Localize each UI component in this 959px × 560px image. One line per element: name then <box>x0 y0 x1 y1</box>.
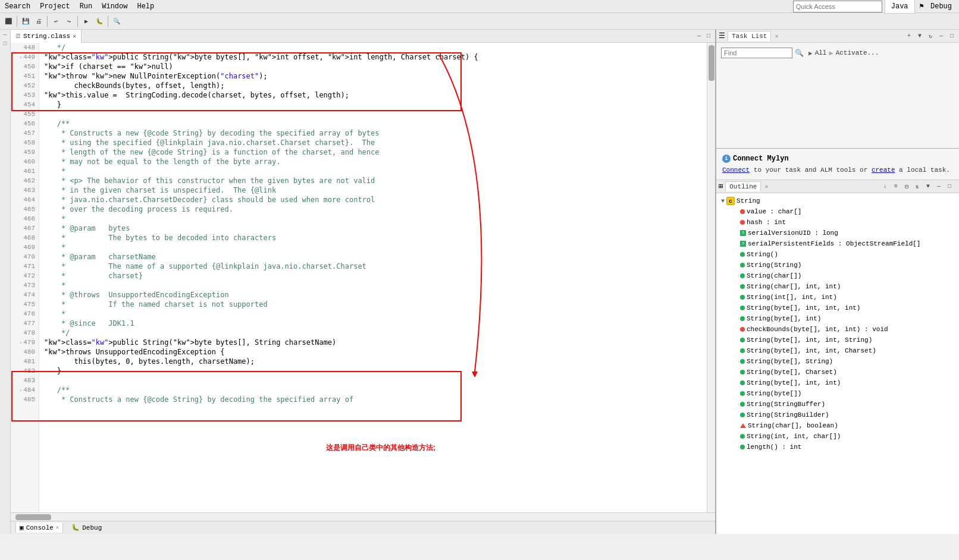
outline-item-9[interactable]: String(byte[], int, int, int) <box>716 303 959 313</box>
task-content: 🔍 ▶ All ▶ Activate... <box>716 43 959 68</box>
menu-window[interactable]: Window <box>99 1 130 12</box>
line-number-466: 466 <box>11 214 39 224</box>
outline-item-11[interactable]: checkBounds(byte[], int, int) : void <box>716 324 959 335</box>
outline-item-12[interactable]: String(byte[], int, int, String) <box>716 335 959 345</box>
field-icon: s <box>740 230 746 236</box>
outline-item-20[interactable]: String(char[], boolean) <box>716 420 959 431</box>
toolbar-print-btn[interactable]: 🖨 <box>33 15 45 27</box>
outline-root[interactable]: ▼ C String <box>716 196 959 206</box>
line-number-471: 471 <box>11 262 39 271</box>
outline-item-4[interactable]: String() <box>716 249 959 260</box>
task-list-tab[interactable]: Task List <box>728 31 771 41</box>
menu-search[interactable]: Search <box>2 1 33 12</box>
code-lines[interactable]: */ "kw">class="kw">public String("kw">by… <box>39 43 707 512</box>
outline-item-17[interactable]: String(byte[]) <box>716 388 959 399</box>
outline-filter-btn[interactable]: ▼ <box>923 182 933 191</box>
task-new-btn[interactable]: + <box>904 32 914 41</box>
h-scroll[interactable] <box>11 512 715 521</box>
toolbar-undo-btn[interactable]: ↩ <box>50 15 62 27</box>
console-tab-close[interactable]: ✕ <box>56 524 59 531</box>
task-find-input[interactable] <box>721 48 792 58</box>
outline-item-6[interactable]: String(char[]) <box>716 270 959 281</box>
line-number-469: 469 <box>11 243 39 252</box>
line-number-449: ◦449 <box>11 52 39 62</box>
outline-item-2[interactable]: sserialVersionUID : long <box>716 228 959 238</box>
task-minimize-btn[interactable]: — <box>936 32 946 41</box>
toolbar-sep-2 <box>47 16 48 27</box>
code-line-480: "kw">throws UnsupportedEncodingException… <box>39 347 707 357</box>
task-close-btn[interactable]: ✕ <box>775 33 778 40</box>
debug-icon: 🐛 <box>71 524 80 531</box>
scroll-thumb[interactable] <box>709 45 714 81</box>
outline-item-21[interactable]: String(int, int, char[]) <box>716 431 959 442</box>
field-icon <box>740 209 745 214</box>
outline-item-22[interactable]: length() : int <box>716 442 959 452</box>
line-number-467: 467 <box>11 224 39 233</box>
code-line-452: checkBounds(bytes, offset, length); <box>39 81 707 90</box>
outline-item-7[interactable]: String(char[], int, int) <box>716 281 959 292</box>
code-line-478: */ <box>39 328 707 338</box>
code-line-479: "kw">class="kw">public String("kw">byte … <box>39 338 707 347</box>
line-number-485: 485 <box>11 395 39 404</box>
tab-maximize-btn[interactable]: □ <box>704 32 713 40</box>
outline-btn1[interactable]: ↓ <box>880 182 890 191</box>
create-link[interactable]: create <box>872 166 895 174</box>
outline-close-btn[interactable]: ✕ <box>764 183 768 190</box>
debug-tab[interactable]: 🐛 Debug <box>68 523 105 533</box>
activate-btn[interactable]: Activate... <box>836 49 879 56</box>
quick-access-input[interactable] <box>793 1 882 12</box>
outline-item-5[interactable]: String(String) <box>716 260 959 270</box>
outline-item-label: String(char[], boolean) <box>748 422 838 429</box>
all-btn[interactable]: All <box>815 49 827 56</box>
outline-item-label: String(byte[], int, int) <box>747 379 841 386</box>
outline-item-3[interactable]: sserialPersistentFields : ObjectStreamFi… <box>716 238 959 249</box>
outline-item-15[interactable]: String(byte[], Charset) <box>716 367 959 377</box>
code-container: 448◦449450451452453454455456457458459460… <box>11 43 715 512</box>
outline-btn2[interactable]: ≡ <box>891 182 901 191</box>
outline-item-13[interactable]: String(byte[], int, int, Charset) <box>716 345 959 356</box>
menu-run[interactable]: Run <box>77 1 95 12</box>
toolbar-redo-btn[interactable]: ↪ <box>63 15 75 27</box>
toolbar-sep-3 <box>77 16 78 27</box>
outline-item-10[interactable]: String(byte[], int) <box>716 313 959 324</box>
connect-link[interactable]: Connect <box>722 166 750 174</box>
code-line-459: * length of the new {@code String} is a … <box>39 147 707 157</box>
outline-maximize-btn[interactable]: □ <box>945 182 954 191</box>
outline-item-14[interactable]: String(byte[], String) <box>716 356 959 367</box>
outline-item-19[interactable]: String(StringBuilder) <box>716 410 959 420</box>
outline-item-8[interactable]: String(int[], int, int) <box>716 292 959 303</box>
console-tab[interactable]: ▣ Console ✕ <box>15 523 63 533</box>
constructor-icon <box>740 359 745 364</box>
string-class-tab[interactable]: ☰ String.class ✕ <box>11 30 82 43</box>
menu-project[interactable]: Project <box>37 1 72 12</box>
field-icon: s <box>740 241 746 247</box>
toolbar-search-btn[interactable]: 🔍 <box>111 15 123 27</box>
toolbar-save-btn[interactable]: 💾 <box>20 15 32 27</box>
toolbar-debug-btn[interactable]: 🐛 <box>93 15 105 27</box>
outline-sort-btn[interactable]: ⇅ <box>913 182 922 191</box>
code-line-473: * <box>39 281 707 290</box>
line-number-461: 461 <box>11 166 39 176</box>
toolbar-new-btn[interactable]: ⬛ <box>2 15 14 27</box>
outline-tab[interactable]: Outline <box>725 181 761 191</box>
mylyn-description: Connect to your task and ALM tools or cr… <box>722 166 953 174</box>
outline-collapse-btn[interactable]: ⊟ <box>902 182 911 191</box>
outline-minimize-btn[interactable]: — <box>934 182 944 191</box>
outline-item-label: String(char[], int, int) <box>747 283 841 290</box>
outline-item-0[interactable]: value : char[] <box>716 206 959 217</box>
scroll-track[interactable] <box>707 43 715 512</box>
minimize-btn[interactable]: — <box>1 31 10 39</box>
tab-minimize-btn[interactable]: — <box>695 32 703 40</box>
menu-help[interactable]: Help <box>134 1 156 12</box>
task-maximize-btn[interactable]: □ <box>947 32 957 41</box>
h-scroll-thumb[interactable] <box>15 514 51 520</box>
maximize-btn[interactable]: □ <box>1 40 10 48</box>
outline-item-16[interactable]: String(byte[], int, int) <box>716 377 959 388</box>
toolbar-run-btn[interactable]: ▶ <box>80 15 92 27</box>
outline-item-18[interactable]: String(StringBuffer) <box>716 399 959 410</box>
task-filter-btn[interactable]: ▼ <box>915 32 924 41</box>
outline-item-label: String(byte[], String) <box>747 358 833 365</box>
tab-close-btn[interactable]: ✕ <box>73 33 76 40</box>
outline-item-1[interactable]: hash : int <box>716 217 959 228</box>
task-sync-btn[interactable]: ↻ <box>926 32 935 41</box>
